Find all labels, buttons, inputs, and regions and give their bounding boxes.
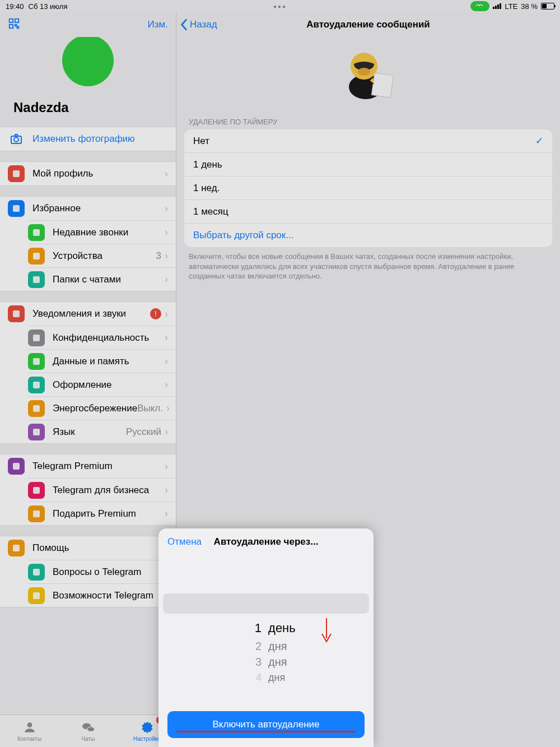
person-icon [8, 165, 25, 182]
timer-option[interactable]: 1 нед. [184, 177, 552, 200]
sidebar-item-label: Папки с чатами [53, 274, 165, 285]
timer-option-label: 1 нед. [193, 183, 220, 194]
profile-name: Nadezda [0, 86, 69, 121]
custom-duration-link[interactable]: Выбрать другой срок... [184, 224, 552, 247]
tab-contacts[interactable]: Контакты [0, 715, 59, 747]
back-button[interactable]: Назад [176, 18, 217, 31]
edit-button[interactable]: Изм. [148, 19, 168, 30]
battery-icon [28, 400, 45, 417]
svg-rect-21 [33, 592, 40, 599]
sidebar-item-palette[interactable]: Оформление› [28, 373, 176, 396]
clock: 19:40 [6, 2, 24, 11]
chevron-right-icon: › [165, 226, 168, 238]
chevron-right-icon: › [165, 426, 168, 438]
duration-picker[interactable]: 1день2дня3дня4дня [158, 555, 374, 711]
timer-section-header: УДАЛЕНИЕ ПО ТАЙМЕРУ [176, 118, 560, 129]
chevron-right-icon: › [165, 203, 168, 215]
svg-rect-17 [33, 487, 40, 494]
svg-rect-8 [33, 253, 40, 259]
chevron-right-icon: › [165, 484, 168, 496]
sidebar-item-label: Оформление [53, 379, 165, 391]
picker-row[interactable]: 4дня [158, 670, 374, 685]
sidebar-item-battery[interactable]: ЭнергосбережениеВыкл.› [28, 396, 176, 420]
qr-icon[interactable] [8, 17, 20, 32]
sidebar-item-devices[interactable]: Устройства3› [28, 244, 176, 267]
timer-option[interactable]: Нет✓ [184, 129, 552, 153]
sidebar-item-globe[interactable]: ЯзыкРусский› [28, 420, 176, 443]
sidebar-item-label: Избранное [32, 203, 165, 214]
sidebar-item-phone[interactable]: Недавние звонки› [28, 220, 176, 244]
sidebar-item-value: 3 [156, 250, 161, 262]
svg-point-28 [87, 727, 94, 732]
signal-icon [493, 3, 501, 9]
duck-illustration [176, 37, 560, 118]
svg-rect-2 [10, 25, 13, 28]
avatar[interactable] [62, 37, 114, 86]
cancel-button[interactable]: Отмена [167, 536, 202, 548]
sidebar-item-bookmark[interactable]: Избранное› [0, 197, 176, 220]
sidebar-item-person[interactable]: Мой профиль› [0, 162, 176, 185]
timer-option[interactable]: 1 месяц [184, 200, 552, 224]
svg-rect-9 [33, 276, 40, 283]
devices-icon [28, 248, 45, 265]
bulb-icon [28, 587, 45, 604]
sidebar-item-bell[interactable]: Уведомления и звуки!› [0, 302, 176, 326]
svg-rect-16 [13, 463, 20, 470]
sidebar-item-label: Telegram для бизнеса [53, 485, 165, 496]
sidebar-item-lock[interactable]: Конфиденциальность› [28, 326, 176, 349]
sidebar-item-gift[interactable]: Подарить Premium› [28, 502, 176, 525]
picker-row[interactable]: 3дня [158, 654, 374, 670]
arrow-down-icon [320, 617, 333, 644]
svg-rect-6 [13, 205, 20, 212]
globe-icon [28, 424, 45, 440]
briefcase-icon [28, 482, 45, 499]
picker-row[interactable]: 2дня [158, 638, 374, 654]
svg-point-4 [14, 137, 18, 142]
svg-rect-10 [13, 310, 20, 317]
sidebar-item-briefcase[interactable]: Telegram для бизнеса› [28, 478, 176, 502]
timer-option-label: 1 месяц [193, 206, 228, 217]
folder-icon [28, 271, 45, 288]
custom-timer-sheet: Отмена Автоудаление через... 1день2дня3д… [158, 528, 374, 747]
sidebar-item-label: Помощь [32, 542, 165, 554]
picker-row[interactable]: 1день [158, 618, 374, 638]
tab-chats[interactable]: Чаты [59, 715, 118, 747]
question-icon [28, 564, 45, 581]
timer-option[interactable]: 1 день [184, 153, 552, 177]
ellipsis-icon: ●●● [273, 3, 287, 10]
sidebar-item-data[interactable]: Данные и память› [28, 349, 176, 373]
svg-rect-5 [13, 170, 20, 177]
sidebar-item-label: Недавние звонки [53, 227, 165, 238]
settings-sidebar: Изм. Nadezda Изменить фотографию Мой про… [0, 12, 176, 747]
sidebar-item-chat[interactable]: Помощь› [0, 536, 176, 560]
svg-rect-12 [33, 358, 40, 365]
battery-pct: 38 % [521, 2, 538, 11]
chat-bubbles-icon [81, 720, 96, 735]
chevron-right-icon: › [165, 308, 168, 320]
change-photo-row[interactable]: Изменить фотографию [0, 127, 176, 151]
palette-icon [28, 377, 45, 393]
enable-autodelete-button[interactable]: Включить автоудаление [167, 711, 365, 738]
sheet-title: Автоудаление через... [214, 536, 319, 548]
sidebar-item-question[interactable]: Вопросы о Telegram› [28, 560, 176, 583]
svg-rect-14 [33, 405, 40, 412]
chevron-right-icon: › [165, 508, 168, 519]
sidebar-item-label: Возможности Telegram [53, 590, 165, 601]
footer-note: Включите, чтобы все новые сообщения в Ва… [176, 247, 560, 286]
timer-option-label: Нет [193, 136, 209, 147]
chevron-left-icon [180, 18, 188, 31]
svg-rect-11 [33, 335, 40, 341]
sidebar-item-folder[interactable]: Папки с чатами› [28, 267, 176, 291]
sidebar-item-label: Язык [53, 426, 126, 438]
gift-icon [28, 505, 45, 522]
svg-rect-20 [33, 569, 40, 576]
sidebar-item-star[interactable]: Telegram Premium› [0, 454, 176, 478]
data-icon [28, 353, 45, 370]
sidebar-item-label: Уведомления и звуки [32, 308, 150, 319]
lock-icon [28, 330, 45, 346]
vpn-icon [470, 1, 489, 11]
sidebar-item-label: Конфиденциальность [53, 332, 165, 344]
sidebar-item-bulb[interactable]: Возможности Telegram› [28, 583, 176, 607]
chevron-right-icon: › [165, 332, 168, 344]
svg-rect-7 [33, 229, 40, 236]
